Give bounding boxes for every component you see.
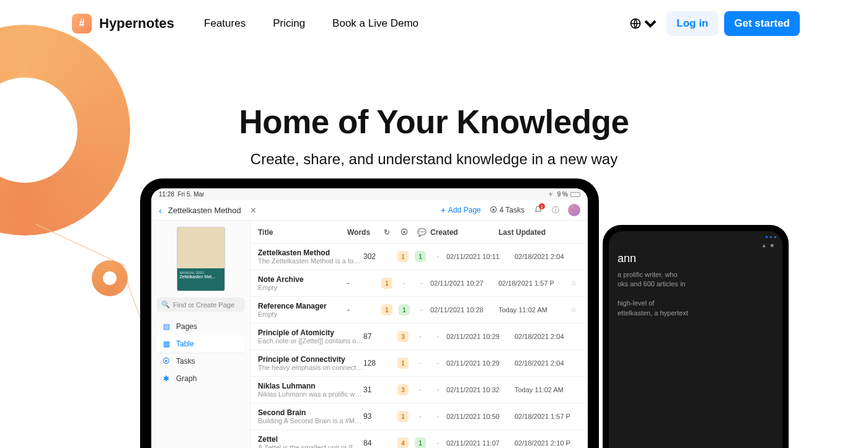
table-row[interactable]: Reference ManagerEmpty - 1 1 - 02/11/202… — [250, 297, 588, 323]
col-tasks-icon[interactable]: ⦿ — [396, 228, 413, 237]
sidebar-item-graph[interactable]: ✱Graph — [156, 370, 245, 387]
row-subtitle: Building A Second Brain is a #Method — [258, 417, 363, 424]
row-words: 87 — [363, 332, 394, 341]
row-pill2: 1 — [412, 437, 429, 448]
star-icon[interactable]: ☆ — [583, 332, 588, 341]
row-subtitle: The Zettelkasten Method is a tool to o — [258, 257, 363, 265]
star-icon[interactable]: ☆ — [583, 385, 588, 394]
hero-title: Home of Your Knowledge — [0, 103, 868, 141]
row-updated: 02/18/2021 2:04 — [515, 253, 583, 260]
row-title: Note Archive — [258, 275, 347, 284]
sidebar-item-table[interactable]: ▦Table — [156, 335, 245, 353]
phone-mock: ▲■ ann a prolific writer, who oks and 60… — [603, 225, 789, 448]
logo-icon: # — [72, 14, 92, 33]
table-row[interactable]: Niklas LuhmannNiklas Luhmann was a proli… — [250, 377, 588, 403]
row-comments: - — [429, 252, 446, 261]
tasks-button[interactable]: ⦿4 Tasks — [490, 206, 525, 214]
login-button[interactable]: Log in — [666, 11, 718, 36]
col-words[interactable]: Words — [347, 228, 378, 237]
row-updated: 02/18/2021 2:04 — [515, 333, 583, 340]
avatar[interactable] — [568, 204, 580, 216]
pages-icon: ▤ — [162, 322, 170, 331]
row-created: 02/11/2021 10:11 — [446, 253, 515, 260]
status-date: Fri 5. Mar — [178, 191, 205, 198]
sidebar-item-tasks[interactable]: ⦿Tasks — [156, 353, 245, 370]
row-created: 02/11/2021 10:28 — [430, 306, 498, 314]
row-words: - — [347, 279, 378, 288]
get-started-button[interactable]: Get started — [724, 11, 800, 36]
row-title: Zettelkasten Method — [258, 248, 363, 257]
chevron-down-icon — [644, 17, 657, 30]
row-pill1: 1 — [378, 278, 396, 289]
row-updated: 02/18/2021 1:57 P — [515, 413, 583, 420]
globe-icon — [629, 17, 642, 30]
row-pill1: 3 — [394, 384, 412, 395]
col-comments-icon[interactable]: 💬 — [413, 228, 430, 237]
sidebar-item-pages[interactable]: ▤Pages — [156, 318, 245, 335]
row-comments: - — [429, 332, 446, 341]
table-row[interactable]: Second BrainBuilding A Second Brain is a… — [250, 403, 588, 430]
col-title[interactable]: Title — [258, 228, 347, 237]
row-pill1: 3 — [394, 331, 412, 342]
graph-icon: ✱ — [162, 374, 170, 383]
row-title: Second Brain — [258, 408, 363, 417]
row-title: Reference Manager — [258, 302, 347, 310]
nav-pricing[interactable]: Pricing — [273, 17, 305, 30]
row-updated: Today 11:02 AM — [498, 306, 567, 314]
star-icon[interactable]: ☆ — [583, 439, 588, 447]
row-pill1: 1 — [394, 358, 412, 369]
search-input[interactable]: 🔍 Find or Create Page — [156, 297, 245, 312]
row-words: 31 — [363, 385, 394, 394]
notebook-thumbnail[interactable]: MANUAL 2021Zettelkasten Met... — [177, 227, 225, 291]
table-icon: ▦ — [162, 340, 170, 348]
row-updated: 02/18/2021 1:57 P — [498, 279, 567, 287]
row-pill2: 1 — [396, 304, 413, 315]
star-icon[interactable]: ☆ — [583, 252, 588, 261]
row-created: 02/11/2021 10:50 — [446, 413, 515, 420]
nav-demo[interactable]: Book a Live Demo — [332, 17, 418, 30]
col-updated[interactable]: Last Updated — [498, 228, 567, 237]
row-words: 84 — [363, 439, 394, 447]
back-button[interactable]: ‹ — [159, 205, 162, 216]
close-icon[interactable]: ✕ — [250, 206, 257, 215]
star-icon[interactable]: ☆ — [567, 279, 580, 288]
col-created[interactable]: Created — [430, 228, 498, 237]
search-placeholder: Find or Create Page — [173, 301, 234, 309]
ipad-statusbar: 11:28 Fri 5. Mar ᯤ 9 % — [151, 188, 588, 200]
col-links-icon[interactable]: ↻ — [378, 228, 396, 237]
brand-logo[interactable]: # Hypernotes — [72, 14, 174, 33]
row-comments: - — [429, 385, 446, 394]
row-created: 02/11/2021 10:29 — [446, 333, 515, 340]
row-subtitle: Empty — [258, 310, 347, 318]
add-page-button[interactable]: +Add Page — [441, 205, 481, 215]
table-row[interactable]: ZettelA Zettel is the smallest unit or [… — [250, 430, 588, 448]
hero: Home of Your Knowledge Create, share, an… — [0, 103, 868, 168]
row-updated: 02/18/2021 2:04 — [515, 359, 583, 367]
nav-features[interactable]: Features — [204, 17, 246, 30]
search-icon: 🔍 — [161, 301, 170, 309]
row-words: 302 — [363, 252, 394, 261]
language-switcher[interactable] — [626, 14, 660, 33]
table-row[interactable]: Note ArchiveEmpty - 1 - - 02/11/2021 10:… — [250, 270, 588, 297]
table-header: Title Words ↻ ⦿ 💬 Created Last Updated — [250, 221, 588, 244]
row-subtitle: A Zettel is the smallest unit or [[Princ… — [258, 444, 363, 448]
row-title: Principle of Connectivity — [258, 355, 363, 364]
breadcrumb-title[interactable]: Zettelkasten Method — [168, 206, 241, 215]
table-row[interactable]: Principle of ConnectivityThe heavy empha… — [250, 350, 588, 377]
notifications-button[interactable]: 1 — [533, 205, 543, 215]
phone-page-title: ann — [618, 252, 774, 265]
battery-level: 9 % — [557, 191, 568, 198]
row-pill2: - — [412, 412, 429, 421]
star-icon[interactable]: ☆ — [583, 359, 588, 367]
info-icon[interactable]: ⓘ — [552, 205, 559, 216]
row-pill2: - — [412, 385, 429, 394]
row-pill1: 1 — [394, 411, 412, 422]
row-pill1: 4 — [394, 437, 412, 448]
pages-table: Title Words ↻ ⦿ 💬 Created Last Updated Z… — [250, 221, 588, 448]
star-icon[interactable]: ☆ — [567, 305, 580, 314]
table-row[interactable]: Principle of AtomicityEach note or [[Zet… — [250, 323, 588, 350]
star-icon[interactable]: ☆ — [583, 412, 588, 421]
phone-statusbar: ▲■ — [618, 242, 774, 248]
row-created: 02/11/2021 10:32 — [446, 386, 515, 393]
table-row[interactable]: Zettelkasten MethodThe Zettelkasten Meth… — [250, 244, 588, 270]
